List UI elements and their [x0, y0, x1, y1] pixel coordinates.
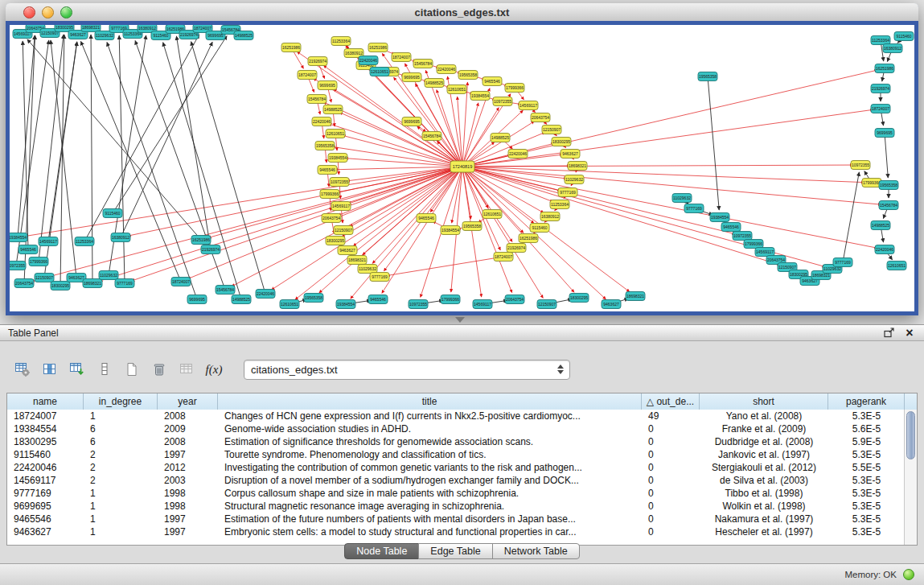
- network-node[interactable]: 9699695: [402, 117, 421, 126]
- table-cell[interactable]: 19384554: [7, 422, 84, 435]
- network-node[interactable]: 14569117: [473, 300, 492, 309]
- network-node[interactable]: 9699695: [402, 73, 421, 82]
- network-node[interactable]: 10972355: [330, 178, 349, 187]
- table-cell[interactable]: 1997: [158, 525, 218, 538]
- network-node[interactable]: 17999366: [505, 84, 524, 93]
- table-cell[interactable]: 5.9E-5: [828, 435, 905, 448]
- network-node[interactable]: 16380912: [111, 233, 130, 242]
- import-table-icon[interactable]: [66, 359, 88, 380]
- table-cell[interactable]: 2008: [158, 410, 218, 422]
- network-node[interactable]: 22420046: [508, 150, 528, 159]
- table-row[interactable]: 1830029562008Estimation of significance …: [7, 435, 905, 448]
- table-cell[interactable]: 0: [642, 435, 700, 448]
- network-node[interactable]: 20643754: [322, 214, 341, 223]
- network-node[interactable]: 9777169: [684, 204, 704, 213]
- network-node[interactable]: 15456784: [422, 132, 441, 141]
- column-header[interactable]: △ out_de...: [642, 393, 700, 410]
- network-node[interactable]: 18300295: [552, 138, 571, 146]
- network-canvas[interactable]: 1724081916251986219269741872400796996951…: [10, 25, 914, 311]
- network-node[interactable]: 19384554: [10, 233, 27, 242]
- table-row[interactable]: 911546021997Tourette syndrome. Phenomeno…: [7, 448, 905, 461]
- table-cell[interactable]: 0: [642, 513, 700, 525]
- network-node[interactable]: 14569117: [331, 202, 351, 211]
- table-cell[interactable]: Franke et al. (2009): [700, 422, 828, 435]
- network-node[interactable]: 15456784: [307, 95, 326, 104]
- network-node[interactable]: 16251986: [281, 43, 301, 52]
- column-header[interactable]: title: [218, 393, 642, 410]
- table-cell[interactable]: 6: [84, 422, 158, 435]
- network-node[interactable]: 12610651: [483, 210, 502, 219]
- table-row[interactable]: 946362711997Embryonic stem cells: a mode…: [7, 525, 905, 538]
- table-row[interactable]: 1872400712008Changes of HCN gene express…: [7, 410, 905, 422]
- table-cell[interactable]: 5.3E-5: [828, 513, 905, 525]
- network-node[interactable]: 10972355: [409, 300, 428, 309]
- row-height-icon[interactable]: [93, 359, 116, 380]
- table-cell[interactable]: 0: [642, 525, 700, 538]
- tab-edge-table[interactable]: Edge Table: [418, 543, 492, 559]
- table-row[interactable]: 946554611997Estimation of the future num…: [7, 513, 905, 525]
- table-cell[interactable]: 49: [642, 410, 700, 422]
- table-cell[interactable]: 5.3E-5: [828, 525, 905, 538]
- network-node[interactable]: 11253364: [75, 237, 94, 246]
- network-node[interactable]: 9463627: [561, 150, 580, 159]
- close-panel-icon[interactable]: ×: [903, 327, 916, 340]
- table-cell[interactable]: Jankovic et al. (1997): [700, 448, 828, 461]
- table-cell[interactable]: Disruption of a novel member of a sodium…: [218, 474, 642, 487]
- new-document-icon[interactable]: [121, 359, 143, 380]
- network-node[interactable]: 9699695: [875, 129, 894, 138]
- network-node[interactable]: 14988525: [234, 31, 253, 40]
- network-node[interactable]: 9465546: [721, 223, 741, 232]
- table-cell[interactable]: 1997: [158, 448, 218, 461]
- network-node[interactable]: 16251986: [368, 43, 388, 52]
- network-node[interactable]: 12150907: [537, 300, 556, 309]
- network-node[interactable]: 21926974: [871, 84, 890, 93]
- network-node[interactable]: 11253364: [331, 37, 351, 46]
- table-cell[interactable]: Wolkin et al. (1998): [700, 500, 828, 513]
- table-row[interactable]: 969969511998Structural magnetic resonanc…: [7, 500, 905, 513]
- network-node[interactable]: 14569117: [755, 248, 774, 257]
- network-node[interactable]: 10972355: [733, 232, 752, 241]
- table-cell[interactable]: 0: [642, 474, 700, 487]
- network-node[interactable]: 19384554: [336, 300, 355, 309]
- network-node[interactable]: 14988525: [871, 221, 890, 230]
- table-cell[interactable]: 1: [84, 500, 158, 513]
- table-cell[interactable]: 2008: [158, 435, 218, 448]
- network-node[interactable]: 9777169: [558, 188, 577, 197]
- network-node[interactable]: 17999366: [441, 295, 460, 304]
- table-cell[interactable]: Estimation of significance thresholds fo…: [218, 435, 642, 448]
- table-cell[interactable]: Dudbridge et al. (2008): [700, 435, 828, 448]
- network-node[interactable]: 18724007: [392, 53, 411, 62]
- network-node[interactable]: 21926974: [507, 244, 526, 253]
- table-cell[interactable]: Changes of HCN gene expression and I(f) …: [218, 410, 642, 422]
- network-node[interactable]: 22420046: [875, 245, 894, 254]
- table-cell[interactable]: 2009: [158, 422, 218, 435]
- table-cell[interactable]: 1: [84, 513, 158, 525]
- table-row[interactable]: 1938455462009Genome-wide association stu…: [7, 422, 905, 435]
- tab-network-table[interactable]: Network Table: [492, 543, 580, 559]
- network-node[interactable]: 17999366: [744, 240, 763, 249]
- table-cell[interactable]: 2: [84, 448, 158, 461]
- network-node[interactable]: 21926974: [201, 245, 220, 254]
- network-node[interactable]: 12150907: [35, 274, 54, 282]
- table-cell[interactable]: Stergiakouli et al. (2012): [700, 461, 828, 474]
- table-row[interactable]: 977716911998Corpus callosum shape and si…: [7, 487, 905, 500]
- column-header[interactable]: pagerank: [828, 393, 905, 410]
- network-node[interactable]: 14569117: [519, 101, 538, 110]
- column-header[interactable]: name: [7, 393, 84, 410]
- network-node[interactable]: 18698321: [626, 292, 645, 301]
- network-node[interactable]: 9777169: [833, 258, 852, 267]
- table-cell[interactable]: Estimation of the future numbers of pati…: [218, 513, 642, 525]
- network-node[interactable]: 22420046: [359, 56, 378, 65]
- float-panel-icon[interactable]: [882, 327, 895, 340]
- select-columns-icon[interactable]: [39, 359, 61, 380]
- network-node[interactable]: 16380912: [540, 212, 560, 221]
- window-titlebar[interactable]: citations_edges.txt: [6, 3, 918, 22]
- table-cell[interactable]: Tourette syndrome. Phenomenology and cla…: [218, 448, 642, 461]
- network-node[interactable]: 11253364: [550, 200, 569, 209]
- network-node[interactable]: 12610651: [887, 262, 906, 270]
- table-cell[interactable]: 1998: [158, 487, 218, 500]
- network-node[interactable]: 14988525: [232, 295, 251, 304]
- table-cell[interactable]: 0: [642, 500, 700, 513]
- network-node[interactable]: 19384554: [328, 154, 347, 163]
- network-node[interactable]: 11253364: [871, 36, 890, 45]
